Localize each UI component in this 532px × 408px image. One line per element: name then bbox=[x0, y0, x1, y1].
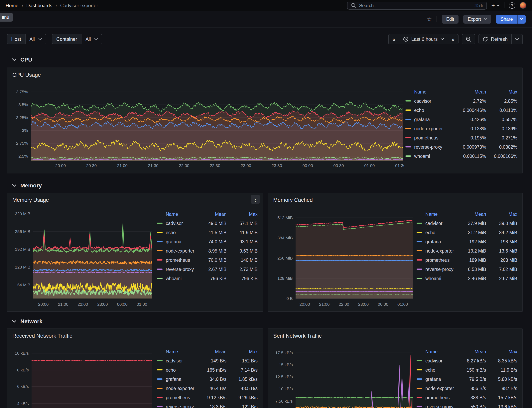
legend-row[interactable]: prometheus70.0 MiB140 MiB bbox=[157, 255, 258, 264]
series-name[interactable]: echo bbox=[414, 108, 455, 112]
legend-row[interactable]: cadvisor49.0 MiB57.1 MiB bbox=[157, 219, 258, 228]
series-name[interactable]: grafana bbox=[166, 239, 195, 244]
legend-header[interactable]: NameMeanMax bbox=[157, 347, 258, 356]
series-name[interactable]: prometheus bbox=[166, 257, 195, 262]
legend-row[interactable]: node-exporter856 B/s887 B/s bbox=[416, 384, 517, 393]
legend-row[interactable]: cadvisor8.27 kB/s8.35 kB/s bbox=[416, 356, 517, 365]
series-name[interactable]: Name bbox=[425, 212, 455, 216]
series-name[interactable]: whoami bbox=[425, 276, 455, 281]
series-name[interactable]: grafana bbox=[425, 377, 455, 382]
series-name[interactable]: cadvisor bbox=[166, 358, 195, 363]
breadcrumb-dashboards[interactable]: Dashboards bbox=[26, 3, 52, 8]
legend-row[interactable]: cadvisor149 B/s152 B/s bbox=[157, 356, 258, 365]
zoom-out-button[interactable] bbox=[462, 34, 475, 44]
legend-row[interactable]: echo31.2 MiB34.2 MiB bbox=[416, 228, 517, 237]
series-name[interactable]: grafana bbox=[425, 239, 455, 244]
legend-row[interactable]: reverse-proxy0.000973%0.0382% bbox=[405, 142, 517, 152]
legend-row[interactable]: reverse-proxy550 B/s13.6 kB/s bbox=[416, 402, 517, 408]
series-name[interactable]: reverse-proxy bbox=[425, 267, 455, 272]
refresh-interval-dropdown[interactable] bbox=[511, 34, 523, 44]
legend-row[interactable]: grafana74.0 MiB93.1 MiB bbox=[157, 237, 258, 246]
sent-traffic-chart[interactable]: 17.5 kB/s15 kB/s12.5 kB/s10 kB/s7.50 kB/… bbox=[273, 340, 414, 408]
legend-row[interactable]: prometheus388 B/s15.7 kB/s bbox=[416, 393, 517, 402]
series-name[interactable]: cadvisor bbox=[425, 358, 455, 363]
series-name[interactable]: cadvisor bbox=[425, 221, 455, 226]
add-button[interactable]: + bbox=[491, 2, 500, 9]
series-name[interactable]: prometheus bbox=[166, 395, 195, 400]
legend-row[interactable]: grafana0.426%0.557% bbox=[405, 115, 517, 124]
panel-menu-icon[interactable]: ⋮ bbox=[251, 195, 260, 204]
legend-row[interactable]: grafana79.5 B/s5.80 kB/s bbox=[416, 374, 517, 384]
user-avatar[interactable] bbox=[520, 2, 526, 9]
series-name[interactable]: grafana bbox=[166, 377, 195, 382]
legend-row[interactable]: prometheus0.195%0.271% bbox=[405, 133, 517, 142]
panel-title[interactable]: Sent Network Traffic bbox=[273, 332, 517, 340]
legend-row[interactable]: reverse-proxy2.67 MiB2.73 MiB bbox=[157, 264, 258, 274]
time-range-picker[interactable]: Last 6 hours bbox=[399, 34, 448, 44]
legend-row[interactable]: whoami2.46 MiB2.67 MiB bbox=[416, 274, 517, 283]
memory-cached-chart[interactable]: 512 MiB384 MiB256 MiB128 MiB0 B20:0021:0… bbox=[273, 207, 414, 308]
cpu-usage-chart[interactable]: 3.75%3.5%3.25%3%2.75%2.5%20:0020:3021:00… bbox=[12, 79, 404, 170]
series-name[interactable]: echo bbox=[425, 367, 455, 372]
series-name[interactable]: Name bbox=[166, 212, 195, 216]
series-name[interactable]: reverse-proxy bbox=[166, 404, 195, 408]
series-name[interactable]: cadvisor bbox=[414, 99, 455, 103]
panel-title[interactable]: Memory Usage bbox=[12, 196, 258, 204]
legend-row[interactable]: node-exporter46.4 B/s48.5 B/s bbox=[157, 384, 258, 393]
legend-row[interactable]: reverse-proxy18.3 B/s122 B/s bbox=[157, 402, 258, 408]
legend-row[interactable]: node-exporter13.2 MiB13.6 MiB bbox=[416, 246, 517, 255]
series-name[interactable]: prometheus bbox=[425, 257, 455, 262]
series-name[interactable]: node-exporter bbox=[414, 126, 455, 131]
legend-row[interactable]: node-exporter8.95 MiB9.63 MiB bbox=[157, 246, 258, 255]
legend-row[interactable]: grafana192 MiB198 MiB bbox=[416, 237, 517, 246]
series-name[interactable]: reverse-proxy bbox=[425, 404, 455, 408]
panel-title[interactable]: Memory Cached bbox=[273, 196, 517, 204]
series-name[interactable]: node-exporter bbox=[425, 386, 455, 391]
series-name[interactable]: whoami bbox=[414, 154, 455, 158]
received-traffic-chart[interactable]: 10 kB/s8 kB/s6 kB/s4 kB/s bbox=[12, 340, 153, 408]
legend-row[interactable]: grafana34.0 B/s1.85 kB/s bbox=[157, 374, 258, 384]
series-name[interactable]: node-exporter bbox=[166, 386, 195, 391]
series-name[interactable]: whoami bbox=[166, 276, 195, 281]
series-name[interactable]: echo bbox=[425, 230, 455, 235]
share-button[interactable]: Share bbox=[496, 15, 517, 23]
series-name[interactable]: Name bbox=[425, 349, 455, 354]
edit-button[interactable]: Edit bbox=[442, 15, 458, 23]
series-name[interactable]: reverse-proxy bbox=[166, 267, 195, 272]
series-name[interactable]: echo bbox=[166, 367, 195, 372]
legend-header[interactable]: NameMeanMax bbox=[416, 347, 517, 356]
host-value-dropdown[interactable]: All bbox=[25, 34, 46, 44]
legend-row[interactable]: node-exporter0.128%0.139% bbox=[405, 124, 517, 133]
legend-row[interactable]: whoami796 KiB796 KiB bbox=[157, 274, 258, 283]
legend-row[interactable]: reverse-proxy6.53 MiB7.02 MiB bbox=[416, 264, 517, 274]
series-name[interactable]: Name bbox=[414, 89, 455, 94]
panel-title[interactable]: Received Network Traffic bbox=[12, 332, 258, 340]
legend-row[interactable]: echo150 mB/s11.9 B/s bbox=[416, 365, 517, 374]
series-name[interactable]: prometheus bbox=[425, 395, 455, 400]
legend-row[interactable]: echo11.5 MiB11.9 MiB bbox=[157, 228, 258, 237]
section-memory[interactable]: Memory bbox=[12, 182, 532, 189]
share-menu-button[interactable] bbox=[517, 15, 526, 23]
series-name[interactable]: echo bbox=[166, 230, 195, 235]
legend-header[interactable]: NameMeanMax bbox=[157, 209, 258, 219]
refresh-button[interactable]: Refresh bbox=[478, 34, 512, 44]
series-name[interactable]: Name bbox=[166, 349, 195, 354]
series-name[interactable]: node-exporter bbox=[166, 248, 195, 253]
time-shift-back-button[interactable]: « bbox=[388, 34, 399, 44]
legend-header[interactable]: NameMeanMax bbox=[405, 87, 517, 96]
legend-row[interactable]: cadvisor37.9 MiB39.0 MiB bbox=[416, 219, 517, 228]
help-icon[interactable]: ? bbox=[509, 2, 515, 8]
legend-row[interactable]: cadvisor2.72%2.85% bbox=[405, 96, 517, 105]
time-shift-forward-button[interactable]: » bbox=[448, 34, 458, 44]
export-button[interactable]: Export bbox=[463, 15, 491, 23]
series-name[interactable]: cadvisor bbox=[166, 221, 195, 226]
series-name[interactable]: reverse-proxy bbox=[414, 144, 455, 149]
legend-row[interactable]: whoami0.000115%0.000166% bbox=[405, 152, 517, 161]
section-network[interactable]: Network bbox=[12, 318, 532, 324]
section-cpu[interactable]: CPU bbox=[12, 56, 532, 63]
container-value-dropdown[interactable]: All bbox=[82, 34, 102, 44]
series-name[interactable]: grafana bbox=[414, 117, 455, 122]
legend-header[interactable]: NameMeanMax bbox=[416, 209, 517, 219]
series-name[interactable]: node-exporter bbox=[425, 248, 455, 253]
legend-row[interactable]: prometheus189 MiB203 MiB bbox=[416, 255, 517, 264]
